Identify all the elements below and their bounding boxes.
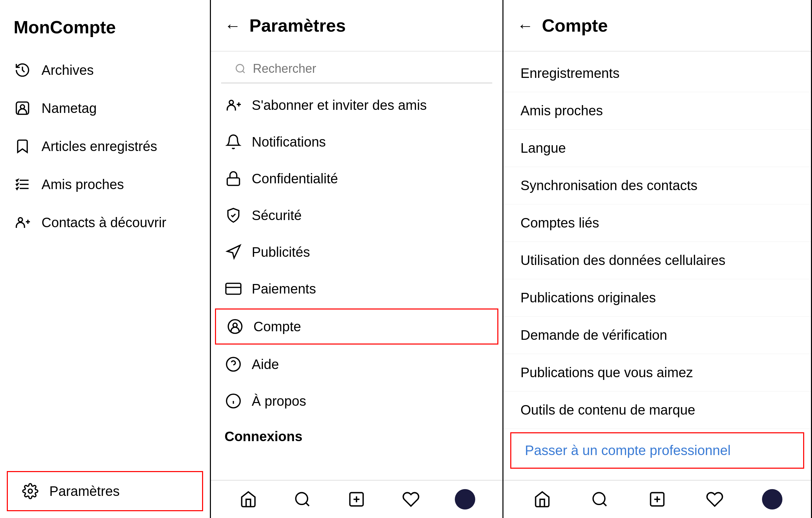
svg-point-32: [593, 493, 605, 505]
back-arrow-icon[interactable]: ←: [225, 16, 241, 35]
svg-marker-5: [16, 180, 18, 181]
question-circle-icon: [225, 355, 242, 373]
svg-line-13: [243, 71, 245, 73]
nav2-add-icon[interactable]: [647, 489, 667, 509]
menu-items-list: Archives Nametag Articles enregistrés: [0, 48, 210, 464]
panel2-title: Paramètres: [249, 15, 346, 36]
nav-home-icon[interactable]: [238, 489, 259, 509]
settings-label-ads: Publicités: [252, 245, 310, 260]
search-bar[interactable]: [221, 55, 492, 83]
megaphone-icon: [225, 243, 242, 261]
account-item-sync[interactable]: Synchronisation des contacts: [503, 167, 811, 204]
settings-button[interactable]: Paramètres: [7, 471, 203, 511]
search-icon: [235, 63, 246, 75]
svg-point-12: [236, 65, 244, 72]
account-item-liked[interactable]: Publications que vous aimez: [503, 354, 811, 391]
settings-item-payments[interactable]: Paiements: [211, 270, 502, 307]
settings-item-account[interactable]: Compte: [215, 308, 498, 345]
menu-label-saved: Articles enregistrés: [42, 139, 157, 154]
person-circle-icon: [226, 318, 244, 335]
menu-item-nametag[interactable]: Nametag: [0, 89, 210, 127]
account-label-sync: Synchronisation des contacts: [520, 178, 697, 193]
account-label-close-friends: Amis proches: [520, 103, 603, 118]
nav-add-icon[interactable]: [346, 489, 367, 509]
nav-heart-icon[interactable]: [401, 489, 421, 509]
search-input[interactable]: [253, 62, 479, 76]
nametag-icon: [14, 99, 31, 117]
panel-compte: ← Compte Enregistrements Amis proches La…: [503, 0, 812, 518]
account-item-linked[interactable]: Comptes liés: [503, 204, 811, 242]
star-list-icon: [14, 176, 31, 193]
account-item-verification[interactable]: Demande de vérification: [503, 317, 811, 354]
settings-label-notifications: Notifications: [252, 134, 326, 150]
clock-rotate-icon: [14, 61, 31, 79]
svg-line-33: [603, 503, 606, 506]
svg-marker-7: [16, 188, 18, 189]
menu-item-saved[interactable]: Articles enregistrés: [0, 127, 210, 165]
settings-items-list: S'abonner et inviter des amis Notificati…: [211, 87, 502, 480]
settings-item-connections[interactable]: Connexions: [211, 419, 502, 454]
panel2-header: ← Paramètres: [211, 0, 502, 51]
back-arrow2-icon[interactable]: ←: [517, 16, 533, 35]
account-label-brand: Outils de contenu de marque: [520, 402, 695, 417]
shield-check-icon: [225, 206, 242, 224]
settings-item-ads[interactable]: Publicités: [211, 234, 502, 270]
card-icon: [225, 280, 242, 298]
svg-rect-17: [227, 178, 239, 185]
bell-icon: [225, 133, 242, 151]
nav2-heart-icon[interactable]: [705, 489, 725, 509]
account-item-recordings[interactable]: Enregistrements: [503, 55, 811, 92]
settings-label: Paramètres: [49, 484, 120, 499]
menu-label-close-friends: Amis proches: [42, 177, 124, 192]
account-item-brand[interactable]: Outils de contenu de marque: [503, 391, 811, 429]
account-items-list: Enregistrements Amis proches Langue Sync…: [503, 51, 811, 480]
menu-item-discover[interactable]: Contacts à découvrir: [0, 203, 210, 241]
panel3-header: ← Compte: [503, 0, 811, 51]
account-label-original-posts: Publications originales: [520, 290, 656, 305]
settings-label-security: Sécurité: [252, 208, 302, 223]
gear-icon: [21, 482, 39, 500]
account-item-language[interactable]: Langue: [503, 130, 811, 167]
menu-label-nametag: Nametag: [42, 101, 97, 116]
settings-label-subscribe: S'abonner et inviter des amis: [252, 98, 427, 113]
panel3-title: Compte: [542, 15, 608, 36]
panel1-title: MonCompte: [0, 0, 210, 48]
settings-item-about[interactable]: À propos: [211, 383, 502, 419]
panel-parametres: ← Paramètres S'abonner et inviter des am…: [211, 0, 503, 518]
settings-item-privacy[interactable]: Confidentialité: [211, 160, 502, 197]
nav2-home-icon[interactable]: [532, 489, 552, 509]
svg-marker-6: [16, 184, 18, 185]
nav2-search-icon[interactable]: [590, 489, 610, 509]
settings-item-security[interactable]: Sécurité: [211, 197, 502, 234]
menu-item-close-friends[interactable]: Amis proches: [0, 165, 210, 203]
menu-label-archives: Archives: [42, 63, 94, 78]
menu-item-archives[interactable]: Archives: [0, 51, 210, 89]
panel2-bottom-nav: [211, 480, 502, 518]
account-label-verification: Demande de vérification: [520, 328, 667, 342]
account-label-recordings: Enregistrements: [520, 66, 619, 81]
settings-item-notifications[interactable]: Notifications: [211, 123, 502, 160]
svg-point-14: [229, 100, 233, 104]
account-item-professional[interactable]: Passer à un compte professionnel: [510, 432, 804, 469]
settings-item-subscribe[interactable]: S'abonner et inviter des amis: [211, 87, 502, 123]
account-label-mobile-data: Utilisation des données cellulaires: [520, 253, 726, 268]
add-person2-icon: [225, 96, 242, 114]
nav2-profile-icon[interactable]: [762, 489, 782, 509]
nav-profile-icon[interactable]: [455, 489, 475, 509]
settings-label-payments: Paiements: [252, 281, 316, 297]
nav-search-icon[interactable]: [292, 489, 313, 509]
menu-label-discover: Contacts à découvrir: [42, 215, 166, 230]
account-label-linked: Comptes liés: [520, 215, 599, 230]
svg-point-11: [28, 489, 32, 493]
account-item-close-friends[interactable]: Amis proches: [503, 92, 811, 130]
add-person-icon: [14, 214, 31, 231]
info-circle-icon: [225, 392, 242, 410]
settings-item-help[interactable]: Aide: [211, 346, 502, 383]
svg-rect-18: [226, 283, 241, 294]
account-item-original-posts[interactable]: Publications originales: [503, 279, 811, 317]
account-label-liked: Publications que vous aimez: [520, 365, 693, 380]
account-label-professional: Passer à un compte professionnel: [525, 443, 731, 458]
svg-line-28: [306, 503, 309, 506]
account-item-mobile-data[interactable]: Utilisation des données cellulaires: [503, 242, 811, 279]
svg-point-20: [228, 320, 242, 333]
